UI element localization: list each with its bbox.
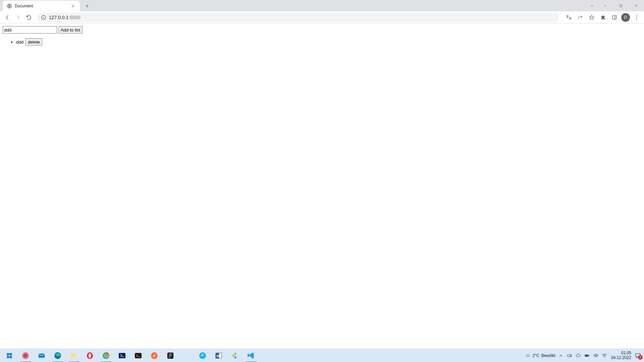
windows-taskbar: W — [0, 349, 644, 362]
taskbar-app-postman[interactable] — [146, 349, 162, 362]
profile-avatar[interactable]: D — [621, 13, 630, 22]
taskbar-clock[interactable]: 01:05 04.12.2022 — [611, 351, 631, 360]
sidepanel-icon[interactable] — [610, 13, 619, 22]
svg-rect-1 — [620, 5, 622, 7]
new-tab-button[interactable] — [83, 1, 92, 11]
svg-rect-45 — [589, 355, 589, 356]
taskbar-app-chrome[interactable] — [98, 349, 114, 362]
forward-button[interactable] — [13, 13, 23, 22]
svg-point-20 — [89, 353, 91, 358]
weather-desc: Bewölkt — [541, 353, 555, 358]
window-minimize-button[interactable] — [598, 0, 613, 11]
window-controls — [586, 0, 644, 11]
list-item-text: ddd — [16, 40, 23, 45]
svg-point-29 — [170, 353, 172, 355]
svg-rect-36 — [202, 354, 203, 355]
svg-rect-11 — [10, 353, 12, 355]
weather-cloud-icon — [525, 353, 531, 358]
taskbar-app-firefox[interactable] — [17, 349, 34, 362]
taskbar-app-mail[interactable] — [34, 349, 50, 362]
powershell-icon — [118, 351, 126, 360]
taskbar-app-word[interactable]: W — [211, 349, 227, 362]
window-maximize-button[interactable] — [613, 0, 629, 11]
svg-text:W: W — [216, 354, 219, 358]
tab-title: Document — [15, 4, 68, 8]
svg-rect-5 — [612, 15, 616, 19]
browser-toolbar: 127.0.0.1:5500 — [0, 11, 644, 23]
tray-volume-icon[interactable] — [593, 353, 598, 358]
taskbar-app-powershell[interactable] — [114, 349, 130, 362]
kebab-menu-icon[interactable] — [632, 13, 641, 22]
address-bar[interactable]: 127.0.0.1:5500 — [37, 13, 559, 22]
system-tray — [558, 353, 609, 358]
vscode-icon — [247, 351, 255, 360]
url-port: :5500 — [68, 15, 80, 20]
taskbar-app-vscode[interactable] — [243, 349, 259, 362]
svg-point-31 — [170, 355, 172, 356]
svg-rect-12 — [7, 356, 9, 358]
svg-point-9 — [636, 18, 637, 19]
start-button[interactable] — [1, 349, 17, 362]
svg-rect-25 — [135, 353, 142, 358]
svg-rect-10 — [7, 353, 9, 355]
back-button[interactable] — [3, 13, 12, 22]
word-icon: W — [214, 351, 223, 360]
bookmark-icon[interactable] — [587, 13, 596, 22]
svg-rect-35 — [202, 355, 203, 356]
taskbar-app-opera[interactable] — [82, 349, 98, 362]
add-to-list-button[interactable]: Add to list — [58, 26, 83, 34]
list-item: ddd delete — [16, 38, 641, 46]
folder-icon — [69, 351, 78, 360]
tab-search-button[interactable] — [586, 0, 598, 11]
taskbar-app-explorer[interactable] — [66, 349, 82, 362]
notification-badge: 7 — [638, 355, 643, 360]
taskbar-app-edge[interactable] — [50, 349, 66, 362]
close-tab-button[interactable] — [70, 3, 76, 9]
extensions-icon[interactable] — [598, 13, 608, 22]
taskbar-date: 04.12.2022 — [611, 356, 631, 360]
svg-point-32 — [169, 356, 170, 358]
terminal-icon — [134, 351, 143, 360]
diamond-app-icon — [230, 351, 239, 360]
translate-icon[interactable] — [564, 13, 574, 22]
taskbar-app-figma[interactable] — [162, 349, 178, 362]
taskbar-app-generic1[interactable] — [227, 349, 243, 362]
svg-point-7 — [636, 15, 637, 16]
svg-rect-16 — [39, 354, 45, 358]
action-center-button[interactable]: 7 — [633, 351, 643, 360]
svg-point-28 — [169, 353, 170, 355]
item-input[interactable] — [3, 26, 57, 34]
globe-icon — [7, 3, 12, 9]
svg-rect-43 — [568, 354, 570, 357]
opera-icon — [86, 351, 94, 360]
browser-tab-active[interactable]: Document — [3, 1, 80, 11]
edge-icon — [53, 351, 62, 360]
browser-tab-strip: Document — [0, 0, 644, 11]
postman-icon — [150, 351, 159, 360]
svg-rect-13 — [10, 356, 12, 358]
tray-battery-icon[interactable] — [584, 353, 590, 358]
toolbar-right-icons: D — [564, 13, 641, 22]
share-icon[interactable] — [576, 13, 585, 22]
windows-icon — [5, 351, 14, 360]
window-close-button[interactable] — [629, 0, 644, 11]
figma-icon — [166, 351, 175, 360]
page-body: Add to list ddd delete — [0, 23, 644, 49]
taskbar-time: 01:05 — [611, 351, 631, 356]
svg-rect-18 — [71, 355, 77, 358]
reload-button[interactable] — [24, 13, 34, 22]
docker-icon — [198, 351, 207, 360]
delete-button[interactable]: delete — [25, 38, 42, 46]
svg-rect-40 — [234, 352, 237, 355]
taskbar-app-docker[interactable] — [195, 349, 211, 362]
site-info-icon[interactable] — [41, 15, 46, 20]
tray-onedrive-icon[interactable] — [576, 353, 581, 358]
tray-chevron-up-icon[interactable] — [558, 353, 564, 358]
tray-wifi-icon[interactable] — [602, 353, 607, 358]
svg-rect-46 — [585, 355, 588, 356]
avatar-letter: D — [624, 15, 627, 20]
svg-point-15 — [24, 354, 27, 357]
taskbar-weather[interactable]: 2°C Bewölkt — [525, 353, 555, 358]
tray-meet-now-icon[interactable] — [567, 353, 572, 358]
taskbar-app-terminal[interactable] — [130, 349, 146, 362]
